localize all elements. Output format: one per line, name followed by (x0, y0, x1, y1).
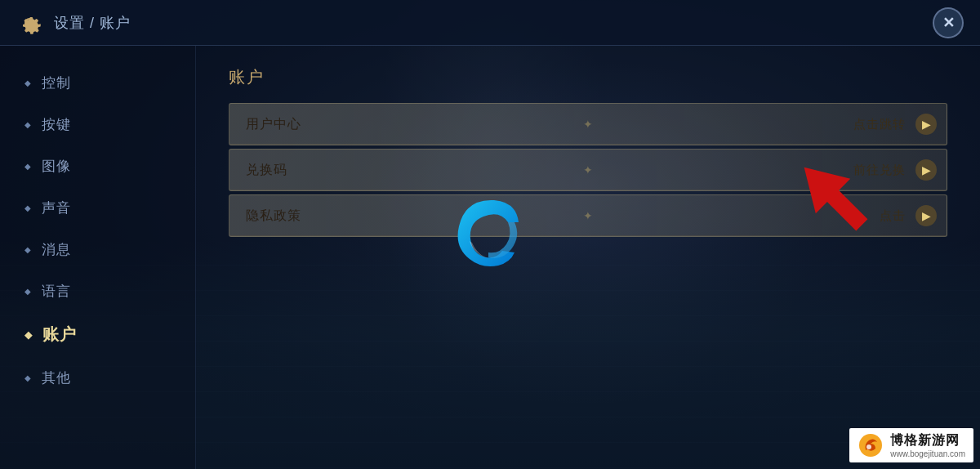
user-center-arrow-icon: ▶ (915, 114, 937, 135)
content-area: 账户 用户中心 ✦ 点击跳转 ▶ 兑换码 ✦ 前往兑换 ▶ 隐私政策 ✦ 点击 … (196, 46, 980, 469)
sidebar-item-keys[interactable]: 按键 (0, 104, 195, 145)
sidebar-item-other[interactable]: 其他 (0, 357, 195, 399)
user-center-row[interactable]: 用户中心 ✦ 点击跳转 ▶ (229, 103, 947, 145)
sidebar-item-language[interactable]: 语言 (0, 270, 195, 312)
sidebar-item-label: 声音 (42, 199, 71, 217)
watermark-url: www.bogejituan.com (890, 449, 965, 458)
watermark: 博格新游网 www.bogejituan.com (849, 428, 973, 462)
sidebar-item-account[interactable]: 账户 (0, 312, 195, 357)
sidebar-item-label: 控制 (42, 74, 71, 92)
sidebar: 控制 按键 图像 声音 消息 语言 账户 其他 (0, 46, 196, 469)
sidebar-item-graphics[interactable]: 图像 (0, 145, 195, 187)
red-arrow (784, 147, 882, 245)
user-center-action: 点击跳转 (853, 117, 906, 132)
row-diamond-2: ✦ (583, 163, 593, 176)
row-diamond-3: ✦ (583, 209, 593, 222)
privacy-policy-arrow-icon: ▶ (915, 205, 937, 226)
edge-icon (449, 194, 531, 275)
sidebar-item-label: 图像 (42, 157, 71, 176)
privacy-policy-label: 隐私政策 (229, 208, 327, 225)
section-title: 账户 (229, 66, 947, 88)
sidebar-item-sound[interactable]: 声音 (0, 187, 195, 229)
svg-marker-0 (786, 150, 879, 242)
sidebar-item-label: 按键 (42, 115, 71, 134)
close-button[interactable]: ✕ (933, 7, 964, 38)
breadcrumb: 设置 / 账户 (54, 13, 131, 33)
sidebar-item-control[interactable]: 控制 (0, 62, 195, 104)
svg-point-2 (866, 444, 871, 449)
privacy-policy-action: 点击 (880, 208, 906, 224)
watermark-logo (858, 432, 884, 458)
sidebar-item-label: 账户 (42, 324, 77, 346)
redeem-code-label: 兑换码 (229, 162, 327, 179)
sidebar-item-label: 其他 (42, 368, 71, 387)
watermark-text-container: 博格新游网 www.bogejituan.com (890, 432, 965, 458)
sidebar-item-label: 语言 (42, 282, 71, 301)
gear-icon (16, 10, 42, 36)
sidebar-item-message[interactable]: 消息 (0, 229, 195, 270)
user-center-label: 用户中心 (229, 116, 327, 133)
watermark-title: 博格新游网 (890, 432, 965, 449)
redeem-code-arrow-icon: ▶ (915, 159, 937, 181)
top-bar: 设置 / 账户 ✕ (0, 0, 980, 46)
row-diamond-1: ✦ (583, 118, 593, 131)
sidebar-item-label: 消息 (42, 240, 71, 259)
